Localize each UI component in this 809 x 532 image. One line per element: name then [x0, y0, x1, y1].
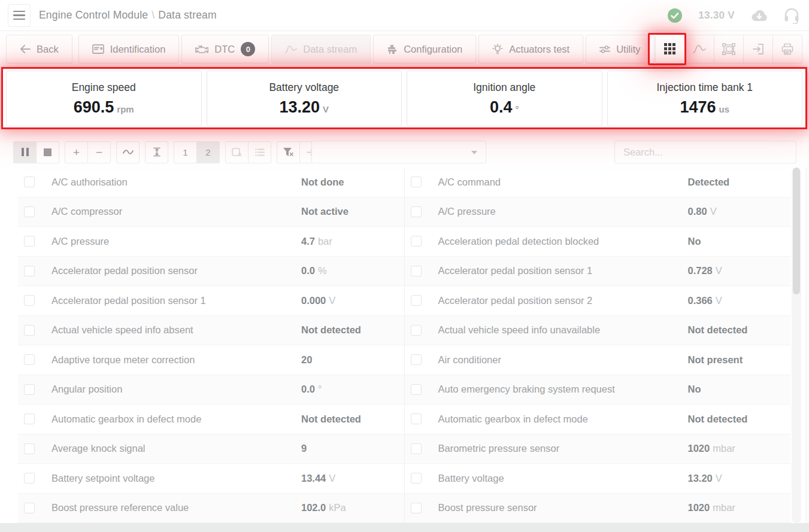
columns-2-button[interactable]: 2 — [196, 141, 220, 163]
filter-x-icon — [283, 148, 293, 157]
row-checkbox[interactable] — [411, 266, 422, 276]
row-checkbox[interactable] — [411, 236, 422, 247]
tab-dtc[interactable]: DTC 0 — [181, 35, 269, 63]
row-checkbox[interactable] — [24, 295, 35, 306]
tab-label: Data stream — [303, 44, 357, 55]
row-checkbox[interactable] — [24, 503, 35, 513]
stop-button[interactable] — [36, 141, 59, 163]
tab-utility[interactable]: Utility — [586, 35, 654, 63]
horizontal-scrollbar-track[interactable] — [0, 523, 809, 532]
data-table: A/C authorisation Not done A/C command D… — [18, 168, 790, 523]
breadcrumb-module: Engine Control Module — [39, 9, 148, 21]
row-checkbox[interactable] — [24, 443, 35, 454]
row-checkbox[interactable] — [411, 354, 422, 365]
row-checkbox[interactable] — [24, 325, 35, 336]
param-name: Battery setpoint voltage — [51, 473, 154, 484]
table-row[interactable]: A/C pressure 4.7bar Acceleration pedal d… — [18, 227, 790, 257]
row-checkbox[interactable] — [411, 295, 422, 306]
clear-selection-button[interactable] — [225, 141, 249, 163]
smooth-curve-button[interactable] — [116, 141, 140, 163]
param-name: Automatic gearbox in defect mode — [438, 414, 588, 425]
dtc-count-badge: 0 — [241, 42, 255, 56]
export-button[interactable] — [743, 35, 773, 63]
zoom-out-button[interactable]: − — [87, 141, 111, 163]
table-row[interactable]: A/C authorisation Not done A/C command D… — [18, 168, 790, 197]
auto-scale-button[interactable] — [145, 141, 168, 163]
row-checkbox[interactable] — [411, 325, 422, 336]
metric-card-ignition-angle[interactable]: Ignition angle 0.4° — [407, 71, 602, 126]
capture-view-button[interactable] — [714, 35, 744, 63]
param-name: Angular position — [51, 384, 122, 395]
row-checkbox[interactable] — [24, 206, 35, 217]
table-row[interactable]: Automatic gearbox in defect mode Not det… — [18, 405, 790, 434]
group-select[interactable] — [311, 141, 486, 163]
param-unit: V — [710, 206, 717, 217]
row-checkbox[interactable] — [24, 414, 35, 424]
vertical-scrollbar[interactable] — [792, 168, 801, 523]
back-button[interactable]: Back — [6, 35, 72, 63]
grid-view-button[interactable] — [655, 35, 685, 63]
module-nav: Back Identification DTC 0 Data stream — [6, 35, 655, 63]
metric-card-engine-speed[interactable]: Engine speed 690.5rpm — [6, 71, 202, 126]
hamburger-menu-button[interactable] — [8, 4, 31, 27]
param-name: A/C compressor — [51, 206, 122, 217]
zoom-in-button[interactable]: + — [65, 141, 88, 163]
row-checkbox[interactable] — [24, 266, 35, 276]
param-name: Actual vehicle speed info absent — [51, 324, 193, 336]
tab-data-stream[interactable]: Data stream — [271, 35, 371, 63]
table-row[interactable]: Boost pressure reference value 102.0kPa … — [18, 494, 790, 524]
pause-button[interactable] — [13, 141, 37, 163]
stream-chart-icon — [285, 45, 297, 54]
wave-icon — [123, 149, 134, 155]
param-value: 0.0 — [301, 265, 315, 276]
tab-actuators-test[interactable]: Actuators test — [478, 35, 583, 63]
list-icon — [255, 148, 265, 156]
param-unit: mbar — [713, 502, 735, 513]
row-checkbox[interactable] — [411, 503, 422, 513]
arrow-left-icon — [20, 45, 31, 53]
search-input[interactable] — [614, 141, 796, 163]
table-row[interactable]: Adaptive torque meter correction 20 Air … — [18, 345, 790, 375]
cloud-download-icon[interactable] — [750, 9, 768, 22]
breadcrumb-separator: \ — [152, 9, 154, 21]
param-value: Not detected — [688, 324, 748, 335]
metric-card-injection-time[interactable]: Injection time bank 1 1476us — [607, 71, 803, 126]
stream-toolbar: + − 1 2 — [13, 141, 796, 163]
print-button[interactable] — [772, 35, 802, 63]
table-row[interactable]: Angular position 0.0° Auto emergency bra… — [18, 375, 790, 405]
headset-icon[interactable] — [784, 7, 799, 24]
tab-label: DTC — [214, 44, 235, 55]
list-view-button[interactable] — [248, 141, 271, 163]
table-row[interactable]: Average knock signal 9 Barometric pressu… — [18, 434, 790, 464]
param-name: A/C authorisation — [51, 177, 128, 188]
chart-view-button[interactable] — [684, 35, 714, 63]
table-row[interactable]: Actual vehicle speed info absent Not det… — [18, 316, 790, 346]
row-checkbox[interactable] — [24, 177, 35, 187]
row-checkbox[interactable] — [411, 206, 422, 217]
row-checkbox[interactable] — [24, 354, 35, 365]
columns-1-button[interactable]: 1 — [174, 141, 197, 163]
filter-clear-button[interactable] — [277, 141, 300, 163]
row-checkbox[interactable] — [24, 236, 35, 247]
row-checkbox[interactable] — [411, 473, 422, 484]
param-unit: mbar — [713, 443, 735, 454]
param-unit: bar — [318, 236, 332, 247]
scrollbar-thumb[interactable] — [793, 168, 800, 294]
tab-identification[interactable]: Identification — [78, 35, 180, 63]
row-checkbox[interactable] — [24, 384, 35, 395]
table-row[interactable]: Accelerator pedal position sensor 1 0.00… — [18, 286, 790, 316]
row-checkbox[interactable] — [411, 177, 422, 187]
tab-configuration[interactable]: Configuration — [373, 35, 476, 63]
row-checkbox[interactable] — [411, 443, 422, 454]
row-checkbox[interactable] — [411, 414, 422, 424]
table-row[interactable]: Accelerator pedal position sensor 0.0% A… — [18, 257, 790, 287]
table-row[interactable]: Battery setpoint voltage 13.44V Battery … — [18, 464, 790, 494]
row-checkbox[interactable] — [411, 384, 422, 395]
export-icon — [752, 43, 764, 55]
table-row[interactable]: A/C compressor Not active A/C pressure 0… — [18, 197, 790, 227]
row-checkbox[interactable] — [24, 473, 35, 484]
metric-unit: V — [323, 104, 329, 114]
metric-card-battery-voltage[interactable]: Battery voltage 13.20V — [207, 71, 402, 126]
selection-frame-icon — [722, 43, 735, 55]
param-name: Actual vehicle speed info unavailable — [438, 324, 601, 336]
